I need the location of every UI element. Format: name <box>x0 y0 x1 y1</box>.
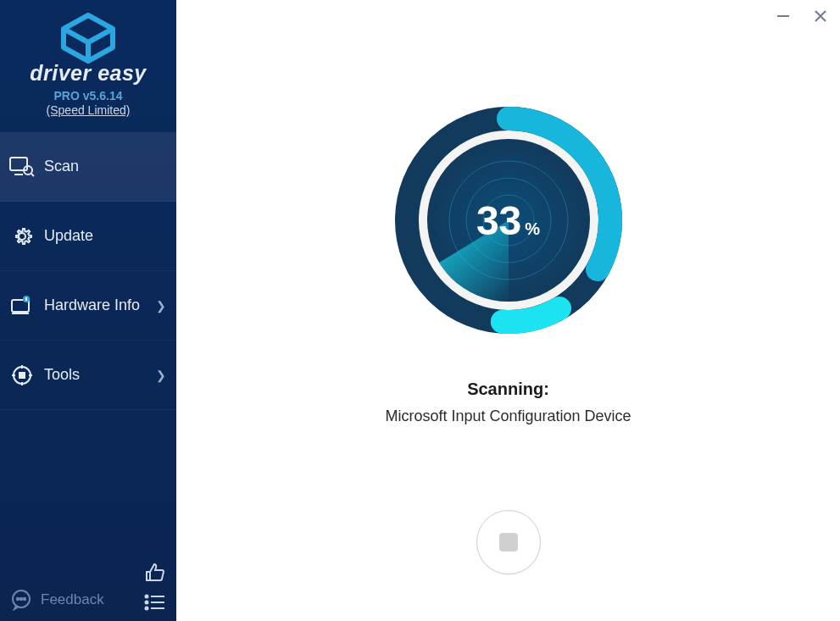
progress-unit: % <box>525 219 540 239</box>
svg-point-7 <box>17 598 19 600</box>
feedback-button[interactable]: Feedback <box>10 589 104 611</box>
list-icon[interactable] <box>144 594 166 611</box>
sidebar-item-label: Tools <box>44 366 80 384</box>
logo-area: driver easy PRO v5.6.14 (Speed Limited) <box>0 0 176 122</box>
stop-icon <box>499 533 518 552</box>
sidebar-item-hardware-info[interactable]: Hardware Info ❯ <box>0 271 176 341</box>
svg-rect-5 <box>19 373 25 378</box>
stop-scan-button[interactable] <box>476 510 541 574</box>
sidebar-nav: Scan Update <box>0 132 176 410</box>
main-content: 33 % Scanning: Microsoft Input Configura… <box>176 0 840 621</box>
chevron-right-icon: ❯ <box>156 299 166 313</box>
thumbs-up-icon[interactable] <box>144 562 166 584</box>
scan-current-device: Microsoft Input Configuration Device <box>385 408 631 425</box>
sidebar-item-update[interactable]: Update <box>0 202 176 271</box>
sidebar-item-scan[interactable]: Scan <box>0 132 176 202</box>
brand-name: driver easy <box>0 61 176 86</box>
sidebar-item-label: Scan <box>44 158 79 175</box>
gear-icon <box>8 223 36 250</box>
sidebar-item-label: Hardware Info <box>44 297 140 314</box>
svg-point-8 <box>20 598 22 600</box>
progress-number: 33 <box>476 197 521 244</box>
progress-value: 33 % <box>476 197 540 244</box>
progress-ring: 33 % <box>390 102 627 339</box>
minimize-button[interactable] <box>772 5 794 27</box>
chevron-right-icon: ❯ <box>156 369 166 382</box>
svg-point-11 <box>146 602 148 604</box>
scan-area: 33 % Scanning: Microsoft Input Configura… <box>176 0 840 621</box>
tools-icon <box>8 362 36 389</box>
svg-point-9 <box>24 598 25 600</box>
svg-point-10 <box>146 596 148 598</box>
sidebar: driver easy PRO v5.6.14 (Speed Limited) … <box>0 0 176 621</box>
scan-icon <box>8 153 36 180</box>
hardware-info-icon <box>8 292 36 319</box>
app-logo-icon <box>57 12 120 64</box>
speed-limited-link[interactable]: (Speed Limited) <box>0 103 176 117</box>
sidebar-item-tools[interactable]: Tools ❯ <box>0 341 176 410</box>
svg-point-12 <box>146 607 148 610</box>
feedback-label: Feedback <box>41 591 104 608</box>
scan-status-label: Scanning: <box>467 380 549 399</box>
app-window: driver easy PRO v5.6.14 (Speed Limited) … <box>0 0 840 621</box>
chat-icon <box>10 589 32 611</box>
window-controls <box>772 5 832 27</box>
sidebar-item-label: Update <box>44 227 93 245</box>
close-button[interactable] <box>809 5 832 27</box>
sidebar-footer: Feedback <box>0 555 176 621</box>
version-label: PRO v5.6.14 <box>0 89 176 103</box>
